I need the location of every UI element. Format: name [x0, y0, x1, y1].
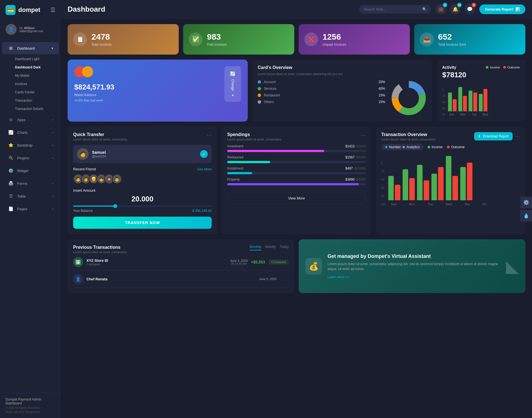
sidebar-item-widget[interactable]: ⚙️ Widget	[2, 165, 59, 177]
view-more-button[interactable]: View More	[227, 193, 366, 204]
spending-property-row: Property $3890 /$4000	[227, 178, 366, 181]
sidebar-sub-dashboard-dark[interactable]: Dashboard Dark	[0, 63, 61, 71]
sidebar-item-pages[interactable]: 📄 Pages ›	[2, 203, 59, 215]
refresh-icon: 🔄	[230, 71, 236, 77]
transfer-user-handle: @sum224	[92, 155, 106, 158]
chevron-right-icon: ›	[52, 131, 53, 134]
pt-row-type-1: Cashback	[86, 263, 227, 266]
search-input[interactable]	[364, 7, 420, 11]
transfer-now-button[interactable]: TRANSFER NOW	[73, 217, 212, 229]
recent-friend-header: Recent Friend See More	[73, 167, 212, 171]
charts-icon: 📈	[8, 129, 14, 135]
insert-amount-label: Insert Amount	[73, 188, 212, 193]
to-legend-row: Number Analytics Income Outcome	[381, 144, 520, 150]
bottom-row: Quick Transfer Lorem ipsum dolor sit ame…	[68, 127, 525, 234]
sidebar-item-apps[interactable]: ⊙ Apps ›	[2, 114, 59, 126]
quick-transfer-menu[interactable]: ⋯	[207, 132, 212, 138]
wallet-circle-orange	[82, 66, 93, 77]
logo-icon: 💳	[6, 5, 16, 15]
to-bar-chart	[388, 156, 520, 200]
sidebar-sub-transaction[interactable]: Transaction	[0, 96, 61, 105]
chevron-right-icon: ›	[52, 194, 53, 198]
legend-account: Account 20%	[258, 80, 385, 84]
chevron-right-icon: ›	[52, 207, 53, 211]
spendings-header: Spendings Lorem ipsum dolor sit amet, co…	[227, 132, 366, 141]
spending-installment-row: Installment $487 /$10000	[227, 166, 366, 170]
wallet-logo	[74, 66, 221, 77]
sidebar-item-table[interactable]: ☰ Table ›	[2, 190, 59, 202]
to-outcome-bar-sun	[395, 185, 400, 200]
friend-avatars: 🧑 👩 👱 👧 👩‍🦱 👨	[73, 174, 212, 184]
chevron-right-icon: ›	[52, 118, 53, 121]
to-income-label: Income	[432, 145, 443, 149]
briefcase-button[interactable]: 💼 2	[436, 4, 446, 14]
sidebar-item-charts[interactable]: 📈 Charts ›	[2, 126, 59, 139]
friend-avatar-6[interactable]: 👨	[112, 174, 122, 184]
total-invoices-label: Total Invoices	[91, 43, 112, 47]
activity-legend: Income Outcome	[486, 66, 520, 69]
sidebar-item-plugins[interactable]: 🔌 Plugins ›	[2, 152, 59, 164]
amount-slider[interactable]	[73, 206, 212, 207]
spending-investment-label: Investment	[227, 144, 244, 148]
user-greeting: Hi, William	[19, 26, 43, 30]
generate-report-button[interactable]: Generate Report 📊	[479, 4, 525, 14]
float-settings-button[interactable]: ⚙️	[520, 197, 532, 208]
pages-icon: 📄	[8, 206, 14, 212]
search-box[interactable]: 🔍	[359, 5, 431, 14]
stat-card-total-sent: 📤 652 Total Invoices Sent	[414, 24, 525, 55]
sidebar-sub-my-wallet[interactable]: My Wallet	[0, 71, 61, 80]
pt-tab-today[interactable]: Today	[280, 245, 289, 250]
spending-property-amount: $3890 /$4000	[346, 178, 366, 181]
to-bar-group-sun	[388, 176, 400, 200]
sidebar-sub-cards-center[interactable]: Cards Center	[0, 88, 61, 96]
outcome-bar-wed	[484, 89, 487, 111]
income-label: Income	[490, 66, 500, 69]
pt-tabs: Monthly Weekly Today	[250, 245, 289, 250]
pt-tab-monthly[interactable]: Monthly	[250, 245, 261, 250]
change-btn-label: Change	[231, 79, 235, 91]
to-menu[interactable]: ⋯	[515, 133, 520, 139]
wallet-card-inner: $824,571.93 Wallet Balance +0.8% than la…	[74, 66, 241, 102]
number-toggle[interactable]: Number Analytics	[381, 144, 424, 150]
sidebar-sub-invoices[interactable]: Invoices	[0, 80, 61, 88]
chat-button[interactable]: 💬 8	[464, 4, 475, 14]
income-dot	[486, 66, 488, 69]
bootstrap-icon: ⭐	[8, 142, 14, 148]
quick-transfer-title-area: Quick Transfer Lorem ipsum dolor sit ame…	[73, 132, 127, 141]
float-water-button[interactable]: 💧	[520, 210, 532, 222]
sidebar-item-label: Widget	[17, 169, 28, 173]
chart-icon: 📊	[515, 7, 520, 11]
to-sub: Lorem ipsum dolor sit amet, consectetur	[381, 138, 436, 141]
sidebar-item-label: Charts	[17, 130, 28, 135]
total-invoices-icon: 📋	[73, 32, 87, 46]
cards-overview-section: Card's Overview Lorem ipsum dolor sit am…	[252, 60, 432, 122]
page-title: Dashboard	[68, 5, 355, 14]
to-outcome-bar-mon	[409, 178, 415, 200]
notification-button[interactable]: 🔔 12	[450, 4, 461, 14]
account-pct: 20%	[378, 80, 385, 84]
spendings-menu[interactable]: ⋯	[361, 132, 366, 138]
wallet-change-button[interactable]: 🔄 Change ▾	[224, 66, 241, 102]
sidebar-item-dashboard[interactable]: ⊞ Dashboard ▾	[2, 42, 59, 54]
to-controls: ⬇ Download Report ⋯	[474, 132, 520, 140]
sidebar-item-bootstrap[interactable]: ⭐ Bootstrap ›	[2, 139, 59, 151]
see-more-link[interactable]: See More	[197, 167, 212, 171]
hamburger-icon[interactable]: ☰	[50, 7, 55, 13]
download-report-button[interactable]: ⬇ Download Report	[474, 132, 513, 140]
pt-tab-weekly[interactable]: Weekly	[265, 245, 276, 250]
to-outcome-label: Outcome	[451, 145, 465, 149]
legend-others: Others 15%	[258, 100, 385, 104]
pt-title-area: Previous Transactions Lorem ipsum dolor …	[73, 245, 127, 254]
paid-invoices-number: 983	[207, 32, 227, 42]
va-learn-more-link[interactable]: Learn more >>	[328, 275, 349, 279]
sidebar-item-forms[interactable]: 🖨️ Forms ›	[2, 177, 59, 189]
to-bar-group-thu	[446, 156, 458, 200]
to-income-outcome-legend: Income Outcome	[428, 145, 465, 149]
wallet-change: +0.8% than last week	[74, 99, 221, 102]
cards-overview-body: Account 20% Services 40% Restaurant 15%	[258, 80, 427, 116]
sidebar-sub-transaction-details[interactable]: Transaction Details	[0, 105, 61, 113]
stat-card-total-invoices: 📋 2478 Total Invoices	[68, 24, 179, 55]
sidebar-sub-dashboard-light[interactable]: Dashboard Light	[0, 55, 61, 63]
chat-badge: 8	[472, 3, 476, 7]
paid-invoices-label: Paid Invoices	[207, 43, 227, 47]
